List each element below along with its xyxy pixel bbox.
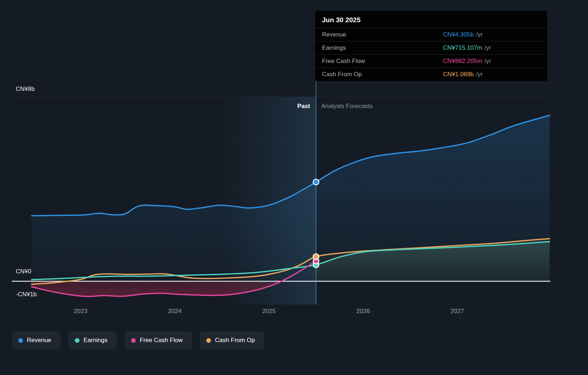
tooltip-label: Cash From Op xyxy=(322,71,443,78)
tooltip-label: Revenue xyxy=(322,31,443,38)
tooltip-row-revenue: Revenue CN¥4.305b /yr xyxy=(315,28,547,42)
y-axis-label-0: CN¥0 xyxy=(16,268,31,275)
tooltip-label: Earnings xyxy=(322,44,443,52)
x-tick-2025: 2025 xyxy=(251,308,287,315)
y-axis-label-neg1b: -CN¥1b xyxy=(16,291,37,298)
x-tick-2027: 2027 xyxy=(439,308,475,315)
revenue-dot-icon xyxy=(18,338,23,343)
tooltip-value: CN¥1.069b xyxy=(443,71,474,78)
stock-financials-chart: CN¥8b CN¥0 -CN¥1b Past Analysts Forecast… xyxy=(0,0,588,375)
tooltip-row-earnings: Earnings CN¥715.107m /yr xyxy=(315,42,547,55)
tooltip-row-cash-from-op: Cash From Op CN¥1.069b /yr xyxy=(315,68,547,81)
tooltip-date: Jun 30 2025 xyxy=(315,11,547,28)
legend-label: Cash From Op xyxy=(215,337,255,344)
tooltip-suffix: /yr xyxy=(485,44,491,52)
legend-item-cash-from-op[interactable]: Cash From Op xyxy=(200,331,264,349)
tooltip-value: CN¥4.305b xyxy=(443,31,474,38)
cash-from-op-dot-icon xyxy=(206,338,211,343)
tooltip-value: CN¥882.205m xyxy=(443,58,482,65)
free-cash-flow-dot-icon xyxy=(131,338,136,343)
legend-item-earnings[interactable]: Earnings xyxy=(68,331,117,349)
tooltip-label: Free Cash Flow xyxy=(322,58,443,65)
y-axis-label-8b: CN¥8b xyxy=(16,86,35,93)
tooltip-suffix: /yr xyxy=(476,31,483,38)
legend-item-free-cash-flow[interactable]: Free Cash Flow xyxy=(125,331,192,349)
tooltip-suffix: /yr xyxy=(476,71,483,78)
legend-label: Revenue xyxy=(27,337,51,344)
x-tick-2026: 2026 xyxy=(345,308,381,315)
marker-cash-from-op xyxy=(313,254,319,259)
tooltip-suffix: /yr xyxy=(485,58,491,65)
tooltip-row-free-cash-flow: Free Cash Flow CN¥882.205m /yr xyxy=(315,55,547,68)
legend-label: Free Cash Flow xyxy=(140,337,183,344)
x-tick-2023: 2023 xyxy=(63,308,98,315)
x-tick-2024: 2024 xyxy=(157,308,193,315)
tooltip-value: CN¥715.107m xyxy=(443,44,482,52)
legend-item-revenue[interactable]: Revenue xyxy=(12,331,61,349)
earnings-dot-icon xyxy=(75,338,79,343)
legend: Revenue Earnings Free Cash Flow Cash Fro… xyxy=(12,331,264,349)
past-label: Past xyxy=(0,103,310,110)
marker-revenue xyxy=(313,179,319,185)
legend-label: Earnings xyxy=(83,337,107,344)
analysts-forecasts-label: Analysts Forecasts xyxy=(321,103,373,110)
tooltip: Jun 30 2025 Revenue CN¥4.305b /yr Earnin… xyxy=(315,11,547,81)
